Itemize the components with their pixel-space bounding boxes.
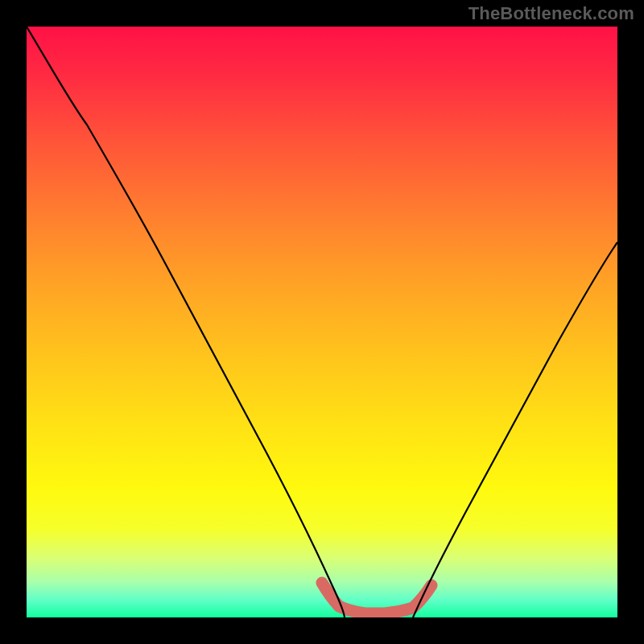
left-curve-line — [27, 27, 345, 617]
right-curve-line — [413, 242, 617, 617]
watermark-text: TheBottleneck.com — [469, 3, 634, 24]
chart-svg — [27, 27, 617, 617]
plot-area — [27, 27, 617, 617]
chart-container: TheBottleneck.com — [0, 0, 644, 644]
